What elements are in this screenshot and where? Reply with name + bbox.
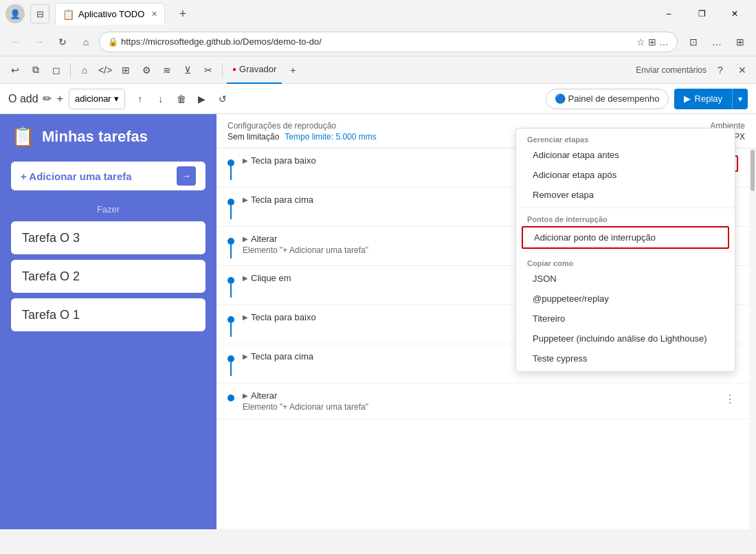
config-section: Configurações de reprodução Sem limitaçã…	[227, 121, 377, 142]
perf-label: Painel de desempenho	[568, 93, 660, 104]
step-arrow-6: ▶	[243, 353, 248, 360]
star-icon[interactable]: ☆	[636, 36, 645, 47]
add-task-arrow-icon: →	[177, 166, 196, 186]
manage-steps-label: Gerenciar etapas	[516, 131, 735, 145]
task-item-2[interactable]: Tarefa O 2	[11, 260, 205, 293]
step-arrow-7: ▶	[243, 392, 248, 399]
gravador-tab[interactable]: ● Gravador	[227, 56, 282, 84]
step-type-dropdown[interactable]: adicionar ▾	[69, 89, 125, 109]
no-limit-label: Sem limitação	[227, 132, 279, 142]
copy-puppeteer-replay-item[interactable]: @puppeteer/replay	[516, 289, 735, 309]
dt-separator-2	[222, 63, 223, 77]
app-sidebar: 📋 Minhas tarefas + Adicionar uma tarefa …	[0, 114, 216, 529]
add-task-button[interactable]: + Adicionar uma tarefa →	[11, 162, 205, 190]
play-step-button[interactable]: ▶	[192, 89, 212, 109]
minimize-button[interactable]: –	[653, 3, 685, 25]
step-timeline-3	[227, 234, 234, 258]
step-timeline-6	[227, 351, 234, 376]
step-timeline-2	[227, 195, 234, 219]
section-label: Fazer	[11, 204, 205, 214]
step-type-label: adicionar	[75, 93, 111, 104]
sidebar-header: 📋 Minhas tarefas	[11, 125, 205, 148]
devtools-bar: ↩ ⧉ ◻ ⌂ </> ⊞ ⚙ ≋ ⊻ ✂ ● Gravador + Envia…	[0, 56, 756, 84]
tab-close-icon[interactable]: ✕	[151, 10, 157, 19]
sidebar-toggle[interactable]: ⊟	[30, 4, 49, 23]
remove-step-item[interactable]: Remover etapa	[516, 185, 735, 205]
more-icon[interactable]: …	[659, 36, 669, 47]
dt-grid-icon[interactable]: ⊞	[116, 60, 135, 80]
app-title: Minhas tarefas	[42, 128, 148, 146]
main-content: 📋 Minhas tarefas + Adicionar uma tarefa …	[0, 114, 756, 529]
dt-help-icon[interactable]: ?	[711, 60, 730, 80]
replay-dropdown-button[interactable]: ▾	[732, 89, 748, 109]
dt-home-icon[interactable]: ⌂	[75, 60, 94, 80]
extensions-button[interactable]: ⊡	[683, 32, 704, 52]
add-step-after-item[interactable]: Adicionar etapa após	[516, 165, 735, 185]
step-dot-6	[227, 355, 234, 362]
dt-inspect-icon[interactable]: ↩	[5, 60, 25, 80]
send-comment-link[interactable]: Enviar comentários	[636, 65, 707, 75]
gravador-dot: ●	[232, 65, 236, 73]
dt-source-icon[interactable]: </>	[96, 60, 115, 80]
step-line-2	[230, 206, 232, 219]
edit-recording-icon[interactable]: ✏	[43, 92, 52, 105]
scrollbar-thumb	[751, 150, 755, 191]
home-button[interactable]: ⌂	[76, 32, 96, 52]
step-dot-3	[227, 238, 234, 245]
close-button[interactable]: ✕	[719, 3, 751, 25]
restore-button[interactable]: ❐	[686, 3, 718, 25]
copy-titereiro-item[interactable]: Titereiro	[516, 309, 735, 329]
new-tab-button[interactable]: +	[173, 4, 192, 23]
scrollbar[interactable]	[749, 148, 756, 529]
read-icon[interactable]: ⊞	[648, 36, 656, 47]
add-breakpoint-item[interactable]: Adicionar ponto de interrupção	[522, 226, 729, 249]
task-2-label: Tarefa O 2	[22, 269, 80, 284]
dt-network-icon[interactable]: ≋	[157, 60, 177, 80]
dt-settings-icon[interactable]: ⚙	[137, 60, 156, 80]
app-icon: 📋	[11, 125, 35, 148]
recording-name: O add	[8, 93, 38, 105]
config-label: Configurações de reprodução	[227, 121, 377, 131]
devtools-right: Enviar comentários ? ✕	[636, 60, 751, 80]
settings-more-button[interactable]: …	[707, 32, 727, 52]
step-dot-1	[227, 159, 234, 166]
forward-button[interactable]: →	[29, 32, 49, 52]
dropdown-arrow-icon: ▾	[114, 93, 119, 104]
step-more-dots-7[interactable]: ⋮	[722, 390, 738, 407]
undo-button[interactable]: ↺	[213, 89, 232, 109]
step-line-4	[230, 284, 232, 298]
replay-button[interactable]: ▶ Replay	[674, 89, 732, 109]
dt-add-tab-icon[interactable]: +	[283, 60, 302, 80]
dt-console-icon[interactable]: ◻	[47, 60, 66, 80]
address-input[interactable]: 🔒 https://microsoftedge.github.io/Demos/…	[99, 32, 678, 52]
move-down-button[interactable]: ↓	[151, 89, 170, 109]
step-dot-4	[227, 277, 234, 284]
move-up-button[interactable]: ↑	[131, 89, 150, 109]
recorder-right-actions: 🔵 Painel de desempenho ▶ Replay ▾	[546, 89, 748, 109]
profile-icon[interactable]: 👤	[5, 4, 25, 23]
active-tab[interactable]: 📋 Aplicativo TODO ✕	[55, 3, 165, 25]
dt-performance-icon[interactable]: ⊻	[178, 60, 197, 80]
sidebar-button[interactable]: ⊞	[730, 32, 751, 52]
task-item-3[interactable]: Tarefa O 3	[11, 221, 205, 254]
dt-scissors-icon[interactable]: ✂	[199, 60, 218, 80]
tab-icon: 📋	[63, 9, 74, 20]
replay-label: Replay	[695, 93, 722, 104]
delete-step-button[interactable]: 🗑	[172, 89, 191, 109]
add-step-icon[interactable]: +	[57, 93, 63, 105]
step-timeline-1	[227, 155, 234, 180]
copy-puppeteer-lighthouse-item[interactable]: Puppeteer (incluindo análise do Lighthou…	[516, 329, 735, 348]
copy-cypress-item[interactable]: Teste cypress	[516, 348, 735, 368]
dt-device-icon[interactable]: ⧉	[26, 60, 45, 80]
performance-panel-button[interactable]: 🔵 Painel de desempenho	[546, 89, 669, 109]
window-controls: – ❐ ✕	[653, 3, 751, 25]
add-step-before-item[interactable]: Adicionar etapa antes	[516, 145, 735, 165]
back-button[interactable]: ←	[5, 32, 26, 52]
step-arrow-2: ▶	[243, 196, 248, 203]
step-dot-5	[227, 316, 234, 323]
task-item-1[interactable]: Tarefa O 1	[11, 298, 205, 331]
refresh-button[interactable]: ↻	[52, 32, 73, 52]
devtools-close-button[interactable]: ✕	[734, 62, 751, 78]
step-line-3	[230, 245, 232, 258]
copy-json-item[interactable]: JSON	[516, 269, 735, 289]
